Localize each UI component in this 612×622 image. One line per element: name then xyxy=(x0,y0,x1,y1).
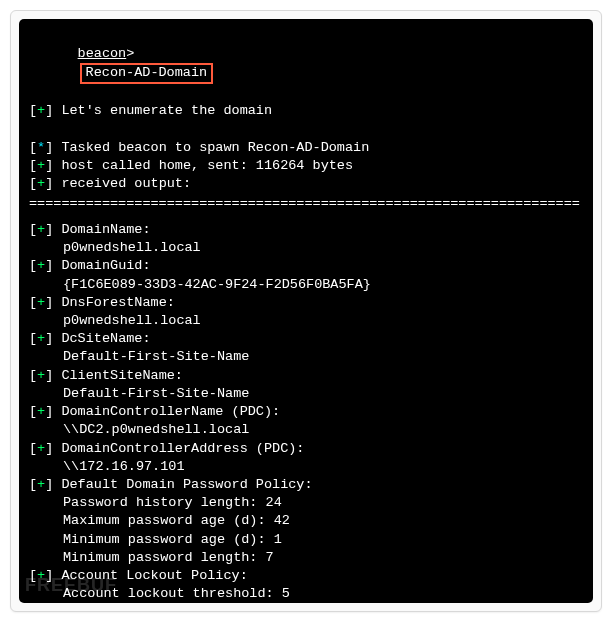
result-label: Default Domain Password Policy: xyxy=(61,477,312,492)
result-label: DomainGuid: xyxy=(61,258,150,273)
result-row: [+] DomainName: xyxy=(29,221,583,239)
marker-star: [*] xyxy=(29,140,61,155)
marker-plus: [+] xyxy=(29,441,61,456)
watermark: FREEBUF xyxy=(25,573,117,597)
result-row: [+] ClientSiteName: xyxy=(29,367,583,385)
prompt-line: beacon> Recon-AD-Domain xyxy=(29,27,583,102)
status-sent: [+] host called home, sent: 116264 bytes xyxy=(29,157,583,175)
marker-plus: [+] xyxy=(29,368,61,383)
marker-plus: [+] xyxy=(29,477,61,492)
result-value: Default-First-Site-Name xyxy=(29,348,583,366)
result-row: [+] DomainControllerName (PDC): xyxy=(29,403,583,421)
marker-plus: [+] xyxy=(29,258,61,273)
results-block: [+] DomainName:p0wnedshell.local[+] Doma… xyxy=(29,221,583,603)
prompt-caret: > xyxy=(126,46,134,61)
result-label: DomainControllerName (PDC): xyxy=(61,404,280,419)
result-subline: Minimum password age (d): 1 xyxy=(29,531,583,549)
command-highlight: Recon-AD-Domain xyxy=(80,63,214,84)
marker-plus: [+] xyxy=(29,103,61,118)
result-row: [+] DomainGuid: xyxy=(29,257,583,275)
result-row: [+] DcSiteName: xyxy=(29,330,583,348)
result-value: Default-First-Site-Name xyxy=(29,385,583,403)
intro-line: [+] Let's enumerate the domain xyxy=(29,102,583,120)
window-frame: beacon> Recon-AD-Domain [+] Let's enumer… xyxy=(10,10,602,612)
result-row: [+] Default Domain Password Policy: xyxy=(29,476,583,494)
result-label: DcSiteName: xyxy=(61,331,150,346)
result-subline: Minimum password length: 7 xyxy=(29,549,583,567)
command-text: Recon-AD-Domain xyxy=(86,65,208,80)
marker-plus: [+] xyxy=(29,404,61,419)
result-label: DnsForestName: xyxy=(61,295,174,310)
result-label: DomainControllerAddress (PDC): xyxy=(61,441,304,456)
result-label: ClientSiteName: xyxy=(61,368,183,383)
blank-line xyxy=(29,120,583,138)
marker-plus: [+] xyxy=(29,176,61,191)
marker-plus: [+] xyxy=(29,222,61,237)
divider: ========================================… xyxy=(29,195,583,213)
result-value: {F1C6E089-33D3-42AC-9F24-F2D56F0BA5FA} xyxy=(29,276,583,294)
result-value: p0wnedshell.local xyxy=(29,239,583,257)
status-received: [+] received output: xyxy=(29,175,583,193)
status-tasked: [*] Tasked beacon to spawn Recon-AD-Doma… xyxy=(29,139,583,157)
marker-plus: [+] xyxy=(29,331,61,346)
result-row: [+] DnsForestName: xyxy=(29,294,583,312)
marker-plus: [+] xyxy=(29,158,61,173)
result-label: DomainName: xyxy=(61,222,150,237)
terminal[interactable]: beacon> Recon-AD-Domain [+] Let's enumer… xyxy=(19,19,593,603)
prompt-label: beacon xyxy=(78,46,127,61)
result-value: \\172.16.97.101 xyxy=(29,458,583,476)
result-subline: Maximum password age (d): 42 xyxy=(29,512,583,530)
result-value: p0wnedshell.local xyxy=(29,312,583,330)
marker-plus: [+] xyxy=(29,295,61,310)
result-value: \\DC2.p0wnedshell.local xyxy=(29,421,583,439)
result-row: [+] DomainControllerAddress (PDC): xyxy=(29,440,583,458)
result-subline: Password history length: 24 xyxy=(29,494,583,512)
